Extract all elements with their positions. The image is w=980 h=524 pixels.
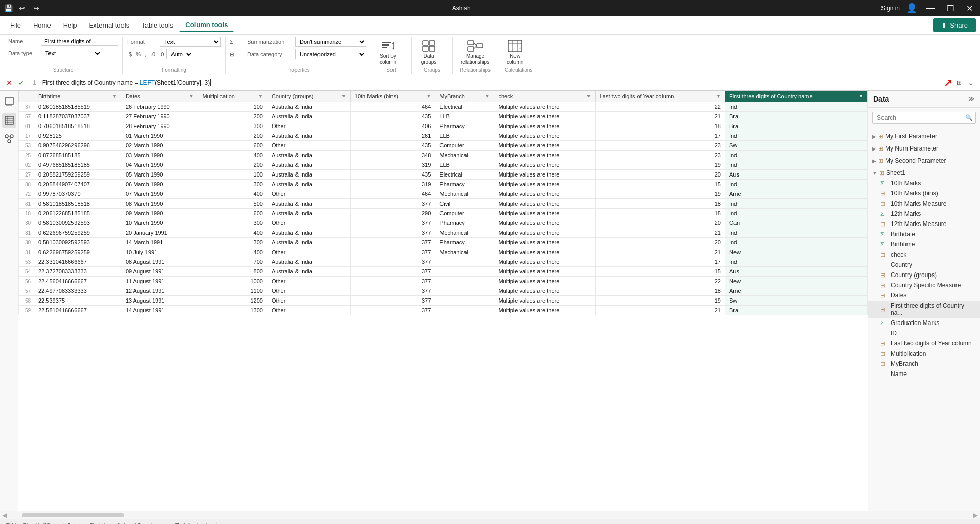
save-icon[interactable]: 💾: [4, 4, 13, 12]
name-input[interactable]: [41, 37, 118, 46]
formula-cancel-button[interactable]: ✕: [4, 78, 14, 88]
filter-icon[interactable]: ▼: [485, 94, 490, 99]
user-avatar[interactable]: 👤: [906, 3, 917, 14]
item-label: 12th Marks Measure: [891, 220, 946, 228]
datacategory-select[interactable]: Uncategorized: [295, 49, 366, 59]
data-list-item[interactable]: ⊞12th Marks Measure: [868, 219, 980, 229]
col-country-groups[interactable]: Country (groups)▼: [267, 91, 350, 102]
filter-icon[interactable]: ▼: [426, 94, 431, 99]
summarization-select[interactable]: Don't summarize: [295, 37, 366, 47]
decimal-plus-button[interactable]: .0: [149, 51, 157, 58]
cell-first3: Ind: [725, 102, 867, 112]
data-list-item[interactable]: Σ10th Marks: [868, 178, 980, 188]
manage-relationships-button[interactable]: Managerelationships: [457, 37, 494, 67]
scroll-right-icon[interactable]: ▶: [973, 512, 978, 519]
share-button[interactable]: ⬆ Share: [933, 18, 976, 32]
cell-10th-bins: 377: [350, 199, 435, 209]
sign-in-label[interactable]: Sign in: [881, 5, 900, 12]
data-list-item[interactable]: ΣBirthdate: [868, 229, 980, 239]
data-view-icon[interactable]: [2, 113, 16, 128]
data-group-header[interactable]: ▶⊞My Second Parameter: [868, 156, 980, 166]
new-column-button[interactable]: + Newcolumn: [502, 37, 528, 67]
close-button[interactable]: ✕: [963, 4, 976, 13]
right-panel-close-button[interactable]: ≫: [968, 95, 975, 103]
formula-content[interactable]: First three digits of Country name = LEF…: [42, 79, 940, 86]
cell-first3: New: [725, 277, 867, 286]
formula-chevron-button[interactable]: ⌄: [966, 77, 976, 89]
data-list-item[interactable]: Name: [868, 369, 980, 379]
minimize-button[interactable]: —: [923, 4, 938, 13]
auto-select[interactable]: Auto: [166, 49, 193, 59]
data-list-item[interactable]: ⊞Country (groups): [868, 270, 980, 280]
data-list-item[interactable]: ΣBirthtime: [868, 239, 980, 249]
col-birthtime[interactable]: Birthtime▼: [34, 91, 121, 102]
cell-last2: 21: [595, 228, 725, 238]
report-view-icon[interactable]: [2, 95, 16, 109]
menu-home[interactable]: Home: [27, 19, 57, 31]
col-dates[interactable]: Dates▼: [121, 91, 198, 102]
cell-multiplication: 200: [198, 131, 267, 141]
table-row: 72 0.997870370370 07 March 1990 400 Othe…: [19, 189, 868, 199]
data-list-item[interactable]: ID: [868, 328, 980, 338]
menu-help[interactable]: Help: [57, 19, 83, 31]
comma-button[interactable]: ,: [143, 51, 148, 58]
restore-button[interactable]: ❐: [944, 4, 957, 13]
horizontal-scrollbar[interactable]: ◀ ▶: [0, 511, 980, 519]
data-group-header[interactable]: ▼⊞Sheet1: [868, 168, 980, 178]
col-first3[interactable]: First three digits of Country name▼: [725, 91, 867, 102]
data-list-item[interactable]: ⊞10th Marks (bins): [868, 188, 980, 198]
menu-file[interactable]: File: [4, 19, 27, 31]
cell-check: Multiple values are there: [494, 141, 595, 151]
filter-icon[interactable]: ▼: [716, 94, 721, 99]
filter-icon[interactable]: ▼: [258, 94, 263, 99]
filter-icon-active[interactable]: ▼: [859, 94, 863, 99]
data-list-item[interactable]: ⊞MyBranch: [868, 359, 980, 369]
sort-by-column-button[interactable]: Sort bycolumn: [375, 37, 401, 67]
data-list-item[interactable]: ΣGraduation Marks: [868, 318, 980, 328]
format-select[interactable]: Text: [160, 37, 221, 47]
data-list-item[interactable]: ⊞First three digits of Country na...: [868, 301, 980, 318]
filter-icon[interactable]: ▼: [341, 94, 346, 99]
col-10th-bins[interactable]: 10th Marks (bins)▼: [350, 91, 435, 102]
dollar-button[interactable]: $: [127, 51, 133, 58]
percent-button[interactable]: %: [134, 51, 142, 58]
data-list-item[interactable]: ⊞check: [868, 249, 980, 260]
data-list-item[interactable]: ⊞Dates: [868, 290, 980, 301]
col-check[interactable]: check▼: [494, 91, 595, 102]
data-list-item[interactable]: ⊞Country Specific Measure: [868, 280, 980, 290]
data-group-header[interactable]: ▶⊞My Num Parameter: [868, 143, 980, 154]
menu-external-tools[interactable]: External tools: [83, 19, 135, 31]
col-last2[interactable]: Last two digits of Year column▼: [595, 91, 725, 102]
data-list-item[interactable]: ⊞Multiplication: [868, 348, 980, 359]
menu-table-tools[interactable]: Table tools: [135, 19, 179, 31]
filter-icon[interactable]: ▼: [189, 94, 193, 99]
data-list-item[interactable]: ⊞Last two digits of Year column: [868, 338, 980, 348]
col-mybranch[interactable]: MyBranch▼: [435, 91, 494, 102]
scroll-left-icon[interactable]: ◀: [2, 512, 7, 519]
filter-icon[interactable]: ▼: [586, 94, 591, 99]
decimal-minus-button[interactable]: .0: [158, 51, 165, 58]
data-list-item[interactable]: Σ12th Marks: [868, 209, 980, 219]
name-label: Name: [8, 38, 39, 44]
formula-confirm-button[interactable]: ✓: [16, 78, 27, 88]
undo-button[interactable]: ↩: [17, 3, 27, 13]
data-group-header[interactable]: ▶⊞My First Parameter: [868, 131, 980, 141]
datatype-select[interactable]: Text: [41, 48, 102, 58]
cell-birthtime: 0.497685185185185: [34, 160, 121, 170]
model-view-icon[interactable]: [2, 132, 16, 146]
ribbon-calculations-group: + Newcolumn Calculations: [498, 37, 539, 74]
filter-icon[interactable]: ▼: [112, 94, 117, 99]
data-list-item[interactable]: Country: [868, 260, 980, 270]
search-input[interactable]: [872, 112, 976, 124]
data-table-container[interactable]: Birthtime▼ Dates▼ Multiplication▼ Countr…: [18, 91, 868, 511]
cell-10th-bins: 377: [350, 277, 435, 286]
data-groups-button[interactable]: Datagroups: [416, 37, 442, 67]
data-list-item[interactable]: ⊞10th Marks Measure: [868, 198, 980, 209]
cell-first3: Swi: [725, 141, 867, 151]
formula-expand-button[interactable]: ⊞: [954, 77, 964, 89]
menu-column-tools[interactable]: Column tools: [179, 19, 234, 32]
ribbon-relationships-group: Managerelationships Relationships: [453, 37, 498, 74]
redo-button[interactable]: ↪: [31, 3, 41, 13]
scroll-thumb[interactable]: [22, 513, 124, 517]
col-multiplication[interactable]: Multiplication▼: [198, 91, 267, 102]
